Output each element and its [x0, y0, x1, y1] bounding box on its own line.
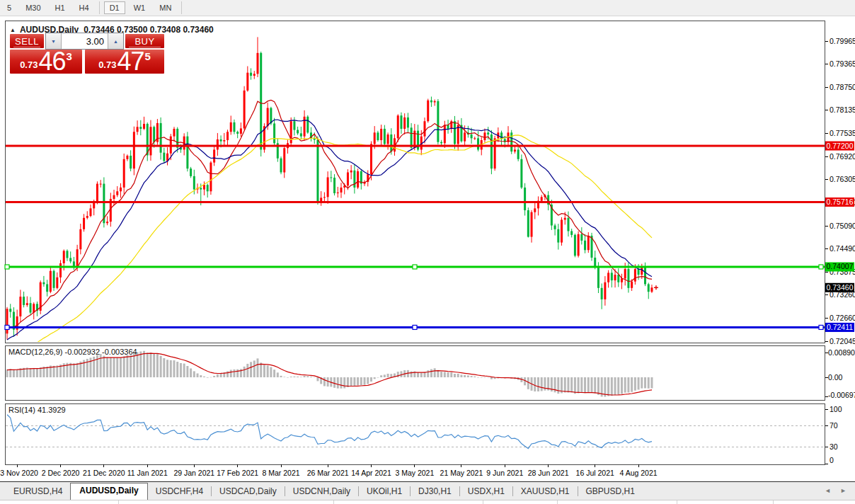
price-tick-label: 0.79965: [830, 37, 855, 45]
buy-button-label: BUY: [134, 36, 154, 47]
price-tick-label: 0.72660: [830, 314, 855, 322]
price-tick-label: 0.76305: [830, 175, 855, 183]
rsi-axis-label: 100: [830, 405, 842, 413]
buy-price-prefix: 0.73: [98, 59, 116, 70]
rsi-axis-label: 0: [830, 456, 834, 464]
sell-button-label: SELL: [15, 36, 39, 47]
date-label: 28 Jun 2021: [528, 469, 569, 477]
date-label: 14 Apr 2021: [351, 469, 391, 477]
price-badge-label: 0.73460: [827, 283, 854, 292]
sell-price[interactable]: 0.73 46 3: [10, 50, 82, 74]
price-badge-label: 0.77200: [827, 142, 854, 150]
sell-price-big: 46: [38, 50, 65, 74]
price-tick-label: 0.74490: [830, 244, 855, 253]
date-label: 11 Jan 2021: [127, 469, 168, 477]
price-axis: 0.799650.793650.787500.781350.775350.769…: [825, 37, 855, 464]
sell-button[interactable]: SELL: [10, 34, 44, 48]
date-axis: 13 Nov 20202 Dec 202021 Dec 202011 Jan 2…: [0, 464, 658, 477]
date-label: 21 May 2021: [440, 469, 483, 477]
buy-button[interactable]: BUY: [125, 34, 164, 48]
rsi-label: RSI(14) 41.3929: [8, 406, 66, 414]
macd-axis-label: -0.006977: [828, 391, 855, 399]
arrow-up-icon: ▲: [113, 39, 118, 44]
buy-price[interactable]: 0.73 47 5: [85, 50, 164, 74]
horizontal-line[interactable]: [6, 201, 825, 203]
hline-handle[interactable]: [819, 265, 823, 269]
hline-handle[interactable]: [5, 265, 9, 269]
rsi-axis-label: 70: [830, 421, 838, 430]
hline-handle[interactable]: [413, 325, 417, 329]
rsi-axis-label: 30: [830, 442, 838, 451]
price-tick-label: 0.75090: [830, 222, 855, 230]
date-label: 8 Mar 2021: [262, 469, 299, 477]
macd-axis-label: 0.00: [828, 373, 843, 382]
macd-label: MACD(12,26,9) -0.002932 -0.003364: [8, 348, 137, 356]
buy-price-pip: 5: [145, 50, 151, 62]
date-label: 16 Jul 2021: [576, 469, 614, 477]
date-label: 29 Jan 2021: [173, 469, 214, 477]
price-badge-label: 0.74007: [827, 262, 854, 270]
date-label: 9 Jun 2021: [486, 469, 523, 477]
date-label: 13 Nov 2020: [0, 469, 38, 477]
candles: [6, 37, 653, 339]
price-tick-label: 0.77535: [830, 129, 855, 137]
current-price-marker: [654, 285, 658, 290]
date-label: 21 Dec 2020: [83, 469, 125, 477]
sell-price-pip: 3: [67, 50, 72, 62]
price-badge-label: 0.72411: [827, 323, 853, 331]
mt4-window: 5M30H1H4D1W1MN 0.799650.793650.787500.78…: [0, 0, 855, 504]
sell-price-prefix: 0.73: [20, 59, 38, 70]
date-label: 2 Dec 2020: [42, 469, 80, 477]
price-badge-label: 0.75716: [827, 197, 854, 206]
arrow-down-icon: ▼: [51, 39, 56, 44]
hline-handle[interactable]: [5, 325, 9, 329]
hline-handle[interactable]: [413, 265, 417, 269]
volume-input[interactable]: [62, 33, 108, 49]
buy-price-big: 47: [117, 50, 144, 74]
date-label: 17 Feb 2021: [217, 469, 258, 477]
date-label: 3 May 2021: [395, 469, 434, 477]
price-tick-label: 0.72045: [830, 337, 855, 345]
rsi-line: [7, 415, 652, 449]
price-tick-label: 0.79365: [830, 59, 855, 68]
price-tick-label: 0.76920: [830, 152, 855, 161]
macd-axis-label: 0.008903: [828, 348, 855, 357]
one-click-trading-panel: SELL ▼ ▲ BUY 0.73 46 3 0.73 47 5: [10, 33, 164, 74]
price-tick-label: 0.78135: [830, 105, 855, 114]
price-tick-label: 0.78750: [830, 83, 855, 91]
date-label: 26 Mar 2021: [307, 469, 349, 477]
hline-handle[interactable]: [819, 325, 823, 329]
horizontal-line[interactable]: [6, 145, 825, 147]
date-label: 4 Aug 2021: [620, 469, 658, 477]
